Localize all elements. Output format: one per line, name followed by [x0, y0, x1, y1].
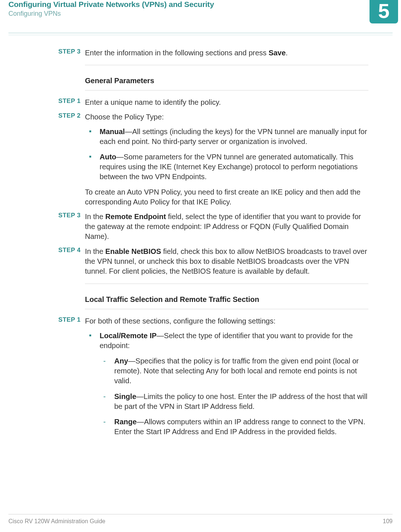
bold-text: Local/Remote IP — [100, 332, 157, 340]
chapter-number-badge: 5 — [370, 0, 398, 23]
step-label: STEP 3 — [51, 48, 81, 55]
section-rule — [85, 309, 368, 309]
paragraph: To create an Auto VPN Policy, you need t… — [85, 187, 368, 207]
bullet-icon — [89, 335, 91, 336]
bold-text: Auto — [100, 153, 116, 161]
text: —All settings (including the keys) for t… — [100, 128, 367, 145]
text: —Limits the policy to one host. Enter th… — [114, 392, 367, 410]
dash-icon: - — [103, 417, 106, 427]
dash-item: - Single—Limits the policy to one host. … — [100, 392, 368, 411]
footer-guide-name: Cisco RV 120W Administration Guide — [8, 518, 105, 525]
step-text: In the Enable NetBIOS field, check this … — [85, 247, 368, 276]
subsection-title: General Parameters — [85, 76, 368, 86]
footer-rule — [8, 514, 393, 514]
dash-item: - Range—Allows computers within an IP ad… — [100, 417, 368, 437]
step-label: STEP 1 — [51, 97, 81, 105]
step-label: STEP 3 — [51, 212, 81, 219]
step-text: In the Remote Endpoint field, select the… — [85, 212, 368, 241]
text: In the — [85, 247, 105, 255]
dash-icon: - — [103, 392, 106, 402]
bullet-item: Auto—Some parameters for the VPN tunnel … — [85, 152, 368, 182]
bold-text: Remote Endpoint — [105, 213, 166, 221]
footer-page-number: 109 — [383, 518, 393, 525]
section-title: Configuring VPNs — [8, 10, 61, 18]
bold-text: Manual — [100, 128, 125, 136]
dash-icon: - — [103, 356, 106, 366]
bold-text: Enable NetBIOS — [105, 247, 161, 255]
step-label: STEP 2 — [51, 112, 81, 119]
bold-text: Range — [114, 418, 137, 426]
text: —Specifies that the policy is for traffi… — [114, 357, 359, 385]
subsection-title: Local Traffic Selection and Remote Traff… — [85, 295, 368, 304]
step-text: Enter a unique name to identify the poli… — [85, 97, 368, 107]
bold-text: Save — [268, 49, 286, 57]
section-rule — [85, 90, 368, 90]
section-rule — [85, 284, 368, 284]
bullet-icon — [89, 130, 91, 132]
step-label: STEP 1 — [51, 316, 81, 324]
text: In the — [85, 213, 105, 221]
bullet-icon — [89, 156, 91, 158]
dash-item: - Any—Specifies that the policy is for t… — [100, 356, 368, 386]
bold-text: Single — [114, 392, 136, 400]
bold-text: Any — [114, 357, 128, 365]
step-text: For both of these sections, configure th… — [85, 316, 368, 326]
bullet-item: Local/Remote IP—Select the type of ident… — [85, 331, 368, 351]
bullet-item: Manual—All settings (including the keys)… — [85, 127, 368, 147]
header-rule — [8, 33, 393, 35]
step-text: Choose the Policy Type: — [85, 112, 368, 122]
text: —Some parameters for the VPN tunnel are … — [100, 153, 358, 181]
text: —Allows computers within an IP address r… — [114, 418, 365, 436]
chapter-title: Configuring Virtual Private Networks (VP… — [8, 0, 214, 9]
text: Enter the information in the following s… — [85, 49, 268, 57]
step-text: Enter the information in the following s… — [85, 48, 368, 58]
step-label: STEP 4 — [51, 247, 81, 254]
section-rule — [85, 65, 368, 65]
text: . — [286, 49, 288, 57]
